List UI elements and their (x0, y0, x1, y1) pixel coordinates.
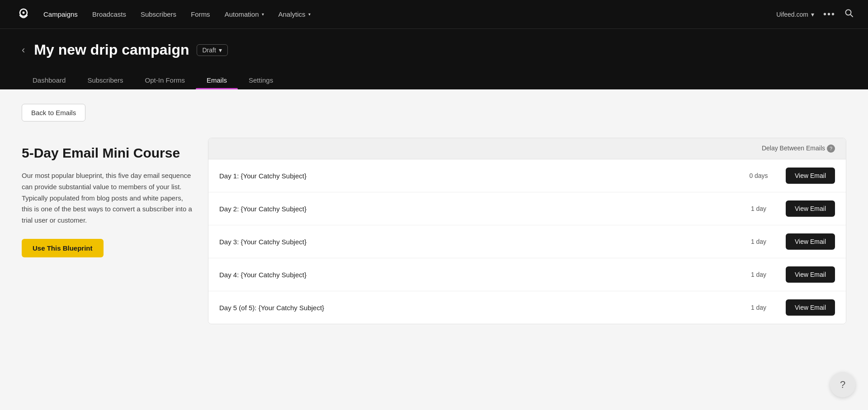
campaign-title: My new drip campaign (34, 42, 189, 58)
back-to-emails-button[interactable]: Back to Emails (22, 104, 85, 121)
email-delay: 1 day (731, 271, 786, 278)
view-email-button-5[interactable]: View Email (786, 299, 835, 316)
email-delay: 1 day (731, 238, 786, 245)
nav-links: Campaigns Broadcasts Subscribers Forms A… (43, 10, 776, 18)
domain-selector[interactable]: Uifeed.com ▾ (776, 11, 814, 18)
status-badge[interactable]: Draft ▾ (197, 44, 228, 56)
logo[interactable] (14, 5, 33, 23)
tab-opt-in-forms[interactable]: Opt-In Forms (134, 71, 196, 89)
blueprint-info-panel: 5-Day Email Mini Course Our most popular… (22, 138, 193, 265)
tab-subscribers[interactable]: Subscribers (76, 71, 134, 89)
email-subject: Day 3: {Your Catchy Subject} (219, 238, 731, 246)
analytics-chevron-icon: ▾ (308, 12, 311, 17)
main-content: Back to Emails 5-Day Email Mini Course O… (0, 89, 868, 410)
tab-dashboard[interactable]: Dashboard (22, 71, 76, 89)
nav-campaigns[interactable]: Campaigns (43, 10, 78, 18)
nav-subscribers[interactable]: Subscribers (141, 10, 176, 18)
svg-line-3 (850, 14, 853, 17)
campaign-title-row: ‹ My new drip campaign Draft ▾ (22, 42, 846, 58)
sub-tabs: Dashboard Subscribers Opt-In Forms Email… (22, 71, 846, 89)
email-subject: Day 5 (of 5): {Your Catchy Subject} (219, 304, 731, 312)
svg-point-1 (23, 11, 25, 14)
top-navigation: Campaigns Broadcasts Subscribers Forms A… (0, 0, 868, 29)
table-header: Delay Between Emails? (208, 138, 846, 159)
email-delay: 1 day (731, 304, 786, 311)
table-row: Day 4: {Your Catchy Subject} 1 day View … (208, 258, 846, 291)
status-chevron-icon: ▾ (219, 47, 222, 54)
tab-emails[interactable]: Emails (196, 71, 238, 89)
view-email-button-3[interactable]: View Email (786, 233, 835, 250)
email-subject: Day 2: {Your Catchy Subject} (219, 205, 731, 213)
nav-automation[interactable]: Automation ▾ (225, 10, 264, 18)
more-options-button[interactable]: ••• (823, 9, 835, 19)
campaign-header: ‹ My new drip campaign Draft ▾ Dashboard… (0, 29, 868, 89)
domain-chevron-icon: ▾ (811, 11, 814, 18)
back-arrow-icon[interactable]: ‹ (22, 44, 25, 56)
delay-header: Delay Between Emails? (762, 144, 835, 153)
view-email-button-2[interactable]: View Email (786, 200, 835, 217)
nav-broadcasts[interactable]: Broadcasts (92, 10, 126, 18)
nav-analytics[interactable]: Analytics ▾ (278, 10, 311, 18)
use-blueprint-button[interactable]: Use This Blueprint (22, 239, 104, 257)
email-table: Delay Between Emails? Day 1: {Your Catch… (208, 138, 846, 324)
email-subject: Day 1: {Your Catchy Subject} (219, 172, 731, 180)
tab-settings[interactable]: Settings (238, 71, 284, 89)
email-subject: Day 4: {Your Catchy Subject} (219, 271, 731, 279)
view-email-button-1[interactable]: View Email (786, 168, 835, 184)
automation-chevron-icon: ▾ (262, 12, 264, 17)
table-row: Day 2: {Your Catchy Subject} 1 day View … (208, 192, 846, 225)
content-grid: 5-Day Email Mini Course Our most popular… (22, 138, 846, 324)
email-delay: 1 day (731, 205, 786, 212)
search-button[interactable] (844, 9, 854, 20)
view-email-button-4[interactable]: View Email (786, 266, 835, 283)
blueprint-description: Our most popular blueprint, this five da… (22, 170, 193, 226)
blueprint-title: 5-Day Email Mini Course (22, 145, 193, 161)
table-row: Day 1: {Your Catchy Subject} 0 days View… (208, 159, 846, 192)
domain-label: Uifeed.com (776, 11, 808, 18)
email-delay: 0 days (731, 172, 786, 179)
table-row: Day 5 (of 5): {Your Catchy Subject} 1 da… (208, 291, 846, 324)
nav-forms[interactable]: Forms (191, 10, 210, 18)
nav-right: Uifeed.com ▾ ••• (776, 9, 854, 20)
help-bubble-button[interactable]: ? (830, 372, 855, 397)
delay-help-icon[interactable]: ? (827, 144, 835, 153)
table-row: Day 3: {Your Catchy Subject} 1 day View … (208, 225, 846, 258)
